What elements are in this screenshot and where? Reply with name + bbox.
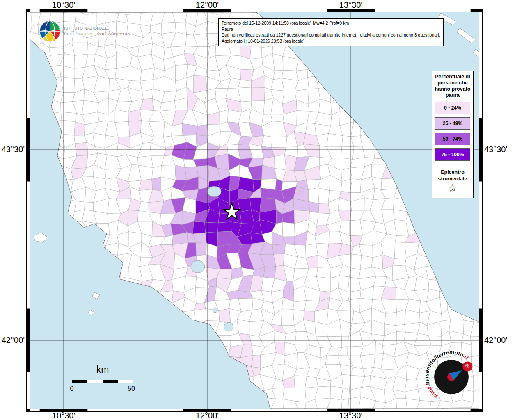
ingv-name-line2: DI GEOFISICA E VULCANOLOGIA <box>64 32 130 36</box>
axis-label-top-3: 13°30' <box>339 0 362 10</box>
haisentito-logo: ? www.haisentitoilterremoto.it <box>422 346 483 409</box>
axis-label-top-1: 10°30' <box>52 0 75 10</box>
axis-label-bottom-2: 12°00' <box>196 411 219 420</box>
legend-epicenter-label: Epicentro strumentale <box>434 169 471 182</box>
ingv-logo: ISTITUTO NAZIONALE DI GEOFISICA E VULCAN… <box>39 19 145 45</box>
intensity-map <box>30 12 479 409</box>
scalebar-segment <box>103 380 118 383</box>
scalebar-end: 50 <box>128 385 135 393</box>
scalebar-segment <box>72 380 87 383</box>
legend-class-0-24: 0 - 24% <box>435 102 470 114</box>
axis-label-right-1: 43°30' <box>484 145 507 154</box>
legend: Percentuale di persone che hanno provato… <box>432 71 474 198</box>
axis-label-bottom-1: 10°30' <box>52 411 75 420</box>
scalebar <box>72 380 133 383</box>
event-data-note: Dati non verificati estratti da 1227 que… <box>222 32 440 38</box>
scalebar-segment <box>118 380 133 383</box>
legend-class-75-100: 75 - 100% <box>435 148 470 161</box>
map-page: 10°30' 12°00' 13°30' 10°30' 12°00' 13°30… <box>0 0 515 420</box>
scalebar-start: 0 <box>70 385 74 393</box>
scalebar-unit: km <box>72 364 133 375</box>
axis-label-right-2: 42°00' <box>484 336 507 345</box>
scalebar-segment <box>87 380 103 383</box>
event-info-box: Terremoto del 15-12-2009 14:11:58 (ora l… <box>218 18 444 46</box>
axis-label-bottom-3: 13°30' <box>339 411 362 420</box>
event-title: Terremoto del 15-12-2009 14:11:58 (ora l… <box>222 20 440 26</box>
ingv-globe-icon <box>40 21 60 41</box>
axis-label-left-2: 42°00' <box>1 336 25 345</box>
legend-title: Percentuale di persone che hanno provato… <box>434 74 471 98</box>
star-icon: ☆ <box>434 182 471 194</box>
legend-class-25-49: 25 - 49% <box>435 117 470 130</box>
legend-divider <box>432 166 473 166</box>
axis-label-left-1: 43°30' <box>1 145 25 154</box>
legend-class-50-74: 50 - 74% <box>435 133 470 145</box>
axis-label-top-2: 12°00' <box>196 0 219 10</box>
event-updated-note: Aggiornato il: 10-01-2026 23:53 (ora loc… <box>222 38 440 44</box>
ingv-name-line1: ISTITUTO NAZIONALE <box>64 26 108 30</box>
event-parameter: Paura <box>222 26 440 32</box>
